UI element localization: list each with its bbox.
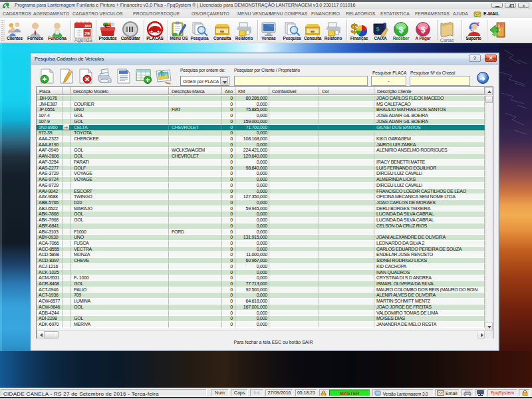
svg-text:JAN: JAN	[84, 23, 90, 27]
svg-text:$: $	[376, 26, 379, 33]
svg-text:$: $	[398, 25, 404, 35]
svg-text:$: $	[420, 25, 426, 35]
svg-text:29: 29	[84, 31, 90, 35]
svg-text:EXIT: EXIT	[499, 25, 504, 27]
